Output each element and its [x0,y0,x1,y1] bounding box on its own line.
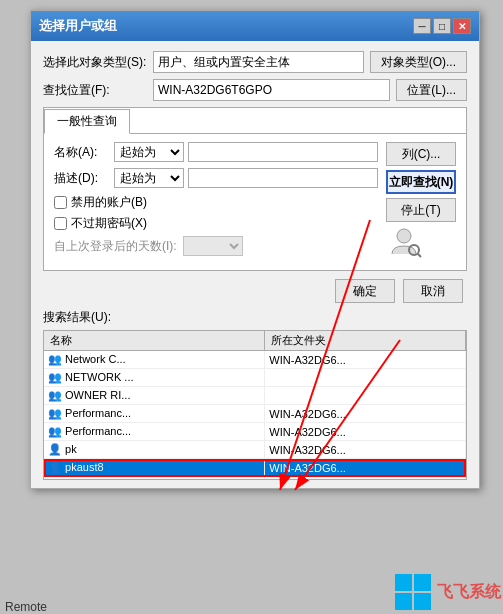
row-icon: 👥 [48,389,62,401]
table-row[interactable]: 👥 OWNER RI... [44,387,466,405]
close-button[interactable]: ✕ [453,18,471,34]
location-label: 查找位置(F): [43,82,153,99]
name-text: Network C... [65,353,126,365]
name-input[interactable] [188,142,378,162]
table-row[interactable]: 👤 pkaust8 WIN-A32DG6... [44,459,466,477]
inner-form-area: 名称(A): 起始为 描述(D): 起始为 [54,142,378,262]
row-icon: 👤 [48,461,62,473]
table-row[interactable]: 👥 Network C... WIN-A32DG6... [44,351,466,369]
results-table-wrapper[interactable]: 名称 所在文件夹 👥 Network C... WIN-A32DG6... 👥 … [43,330,467,480]
table-row[interactable]: 👥 Performanc... WIN-A32DG6... [44,423,466,441]
maximize-button[interactable]: □ [433,18,451,34]
row-icon: 👥 [48,407,62,419]
cell-folder: WIN-A32DG6... [265,405,466,423]
row-icon: 👥 [48,425,62,437]
remote-label: Remote [5,600,47,614]
name-row: 名称(A): 起始为 [54,142,378,162]
cell-name: 👥 NETWORK ... [44,369,265,387]
table-row[interactable]: 👤 pk WIN-A32DG6... [44,441,466,459]
name-text: pk [65,443,77,455]
svg-rect-7 [414,574,431,591]
cell-folder: WIN-A32DG6... [265,477,466,481]
location-input[interactable] [153,79,390,101]
tab-area: 一般性查询 名称(A): 起始为 [43,107,467,271]
watermark: 飞飞系统 [393,572,501,612]
cell-folder [265,369,466,387]
desc-label: 描述(D): [54,170,114,187]
name-text: OWNER RI... [65,389,130,401]
table-row[interactable]: 👥 NETWORK ... [44,369,466,387]
row-icon: 👥 [48,371,62,383]
results-section: 搜索结果(U): 名称 所在文件夹 👥 Network C... WIN-A32… [43,309,467,480]
disabled-accounts-row: 禁用的账户(B) [54,194,378,211]
cell-name: 👥 Network C... [44,351,265,369]
results-table: 名称 所在文件夹 👥 Network C... WIN-A32DG6... 👥 … [44,331,466,480]
results-label: 搜索结果(U): [43,309,467,326]
cell-folder: WIN-A32DG6... [265,351,466,369]
confirm-row: 确定 取消 [43,279,467,303]
inner-content: 名称(A): 起始为 描述(D): 起始为 [54,142,456,262]
col-folder: 所在文件夹 [265,331,466,351]
right-buttons: 列(C)... 立即查找(N) 停止(T) [386,142,456,262]
minimize-button[interactable]: ─ [413,18,431,34]
name-text: Performanc... [65,407,131,419]
title-bar-buttons: ─ □ ✕ [413,18,471,34]
disabled-accounts-checkbox[interactable] [54,196,67,209]
cancel-button[interactable]: 取消 [403,279,463,303]
name-text: Performanc... [65,425,131,437]
ok-button[interactable]: 确定 [335,279,395,303]
svg-line-2 [418,254,421,257]
select-user-dialog: 选择用户或组 ─ □ ✕ 选择此对象类型(S): 对象类型(O)... 查找位置… [30,10,480,489]
desc-select[interactable]: 起始为 [114,168,184,188]
no-expire-checkbox[interactable] [54,217,67,230]
row-icon: 👥 [48,353,62,365]
cell-name: 👤 pkaust8 [44,459,265,477]
days-label: 自上次登录后的天数(I): [54,238,177,255]
object-type-button[interactable]: 对象类型(O)... [370,51,467,73]
no-expire-row: 不过期密码(X) [54,215,378,232]
cell-name: 👥 Performanc... [44,423,265,441]
svg-point-0 [397,229,411,243]
cell-folder [265,387,466,405]
name-text: NETWORK ... [65,371,133,383]
days-row: 自上次登录后的天数(I): [54,236,378,256]
desc-row: 描述(D): 起始为 [54,168,378,188]
cell-name: 👥 Power Users [44,477,265,481]
cell-name: 👥 OWNER RI... [44,387,265,405]
title-bar: 选择用户或组 ─ □ ✕ [31,11,479,41]
name-label: 名称(A): [54,144,114,161]
table-row[interactable]: 👥 Power Users WIN-A32DG6... [44,477,466,481]
desc-input[interactable] [188,168,378,188]
row-icon: 👥 [48,479,62,480]
cell-folder: WIN-A32DG6... [265,441,466,459]
days-select[interactable] [183,236,243,256]
dialog-body: 选择此对象类型(S): 对象类型(O)... 查找位置(F): 位置(L)...… [31,41,479,488]
tab-content: 名称(A): 起始为 描述(D): 起始为 [44,133,466,270]
svg-rect-6 [395,574,412,591]
cell-name: 👤 pk [44,441,265,459]
tab-general-query[interactable]: 一般性查询 [44,109,130,134]
search-now-button[interactable]: 立即查找(N) [386,170,456,194]
location-row: 查找位置(F): 位置(L)... [43,79,467,101]
name-text: pkaust8 [65,461,104,473]
table-row[interactable]: 👥 Performanc... WIN-A32DG6... [44,405,466,423]
dialog-title: 选择用户或组 [39,17,117,35]
tab-header: 一般性查询 [44,108,466,133]
location-button[interactable]: 位置(L)... [396,79,467,101]
search-icon-area [386,226,426,262]
name-select[interactable]: 起始为 [114,142,184,162]
no-expire-label: 不过期密码(X) [71,215,147,232]
disabled-accounts-label: 禁用的账户(B) [71,194,147,211]
object-type-row: 选择此对象类型(S): 对象类型(O)... [43,51,467,73]
cell-folder: WIN-A32DG6... [265,423,466,441]
object-type-input[interactable] [153,51,364,73]
object-type-label: 选择此对象类型(S): [43,54,153,71]
svg-rect-8 [395,593,412,610]
col-name: 名称 [44,331,265,351]
watermark-text: 飞飞系统 [437,582,501,603]
stop-button[interactable]: 停止(T) [386,198,456,222]
cell-folder: WIN-A32DG6... [265,459,466,477]
windows-logo [393,572,433,612]
user-search-icon [390,226,422,258]
columns-button[interactable]: 列(C)... [386,142,456,166]
